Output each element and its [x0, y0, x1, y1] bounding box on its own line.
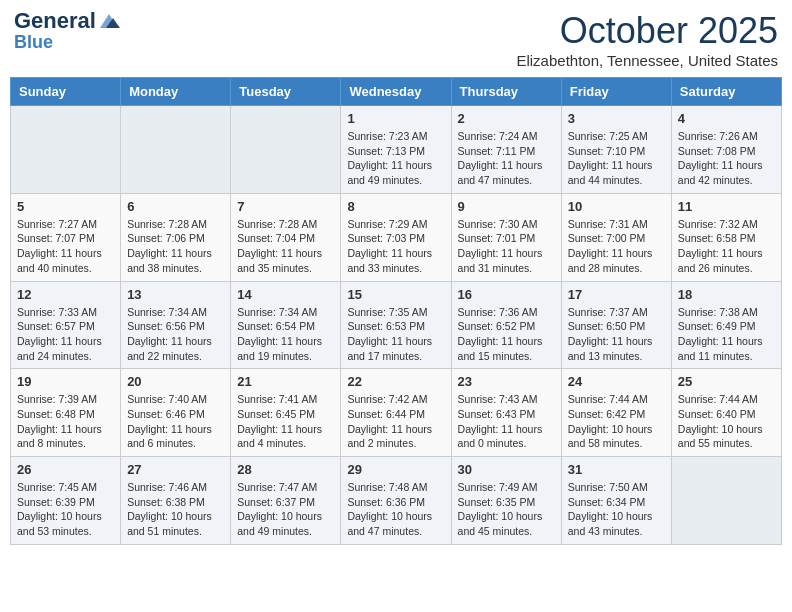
calendar-cell: 13Sunrise: 7:34 AMSunset: 6:56 PMDayligh…	[121, 281, 231, 369]
cell-content: Sunrise: 7:36 AMSunset: 6:52 PMDaylight:…	[458, 305, 555, 364]
day-number: 4	[678, 111, 775, 126]
calendar-week-row: 5Sunrise: 7:27 AMSunset: 7:07 PMDaylight…	[11, 193, 782, 281]
day-number: 16	[458, 287, 555, 302]
logo: General Blue	[14, 10, 120, 53]
calendar-cell: 31Sunrise: 7:50 AMSunset: 6:34 PMDayligh…	[561, 457, 671, 545]
calendar-header-row: SundayMondayTuesdayWednesdayThursdayFrid…	[11, 78, 782, 106]
day-header-friday: Friday	[561, 78, 671, 106]
cell-content: Sunrise: 7:39 AMSunset: 6:48 PMDaylight:…	[17, 392, 114, 451]
calendar-cell: 5Sunrise: 7:27 AMSunset: 7:07 PMDaylight…	[11, 193, 121, 281]
cell-content: Sunrise: 7:23 AMSunset: 7:13 PMDaylight:…	[347, 129, 444, 188]
day-number: 19	[17, 374, 114, 389]
cell-content: Sunrise: 7:32 AMSunset: 6:58 PMDaylight:…	[678, 217, 775, 276]
cell-content: Sunrise: 7:44 AMSunset: 6:40 PMDaylight:…	[678, 392, 775, 451]
calendar-cell: 4Sunrise: 7:26 AMSunset: 7:08 PMDaylight…	[671, 106, 781, 194]
calendar-cell: 2Sunrise: 7:24 AMSunset: 7:11 PMDaylight…	[451, 106, 561, 194]
cell-content: Sunrise: 7:24 AMSunset: 7:11 PMDaylight:…	[458, 129, 555, 188]
cell-content: Sunrise: 7:28 AMSunset: 7:06 PMDaylight:…	[127, 217, 224, 276]
cell-content: Sunrise: 7:44 AMSunset: 6:42 PMDaylight:…	[568, 392, 665, 451]
cell-content: Sunrise: 7:33 AMSunset: 6:57 PMDaylight:…	[17, 305, 114, 364]
cell-content: Sunrise: 7:41 AMSunset: 6:45 PMDaylight:…	[237, 392, 334, 451]
day-number: 18	[678, 287, 775, 302]
calendar-cell	[231, 106, 341, 194]
month-title: October 2025	[516, 10, 778, 52]
day-number: 20	[127, 374, 224, 389]
day-number: 21	[237, 374, 334, 389]
day-number: 26	[17, 462, 114, 477]
day-number: 14	[237, 287, 334, 302]
cell-content: Sunrise: 7:26 AMSunset: 7:08 PMDaylight:…	[678, 129, 775, 188]
day-number: 8	[347, 199, 444, 214]
day-number: 27	[127, 462, 224, 477]
day-header-monday: Monday	[121, 78, 231, 106]
cell-content: Sunrise: 7:34 AMSunset: 6:54 PMDaylight:…	[237, 305, 334, 364]
calendar-cell: 28Sunrise: 7:47 AMSunset: 6:37 PMDayligh…	[231, 457, 341, 545]
calendar-cell: 10Sunrise: 7:31 AMSunset: 7:00 PMDayligh…	[561, 193, 671, 281]
day-number: 28	[237, 462, 334, 477]
calendar-cell: 30Sunrise: 7:49 AMSunset: 6:35 PMDayligh…	[451, 457, 561, 545]
calendar-cell: 29Sunrise: 7:48 AMSunset: 6:36 PMDayligh…	[341, 457, 451, 545]
day-number: 23	[458, 374, 555, 389]
logo-general: General	[14, 10, 96, 32]
day-header-tuesday: Tuesday	[231, 78, 341, 106]
calendar-cell	[11, 106, 121, 194]
calendar-cell: 27Sunrise: 7:46 AMSunset: 6:38 PMDayligh…	[121, 457, 231, 545]
day-number: 31	[568, 462, 665, 477]
cell-content: Sunrise: 7:35 AMSunset: 6:53 PMDaylight:…	[347, 305, 444, 364]
day-number: 15	[347, 287, 444, 302]
calendar-cell: 3Sunrise: 7:25 AMSunset: 7:10 PMDaylight…	[561, 106, 671, 194]
day-number: 25	[678, 374, 775, 389]
day-number: 7	[237, 199, 334, 214]
day-number: 6	[127, 199, 224, 214]
cell-content: Sunrise: 7:40 AMSunset: 6:46 PMDaylight:…	[127, 392, 224, 451]
cell-content: Sunrise: 7:42 AMSunset: 6:44 PMDaylight:…	[347, 392, 444, 451]
day-header-wednesday: Wednesday	[341, 78, 451, 106]
day-header-sunday: Sunday	[11, 78, 121, 106]
day-number: 29	[347, 462, 444, 477]
cell-content: Sunrise: 7:46 AMSunset: 6:38 PMDaylight:…	[127, 480, 224, 539]
calendar-cell: 15Sunrise: 7:35 AMSunset: 6:53 PMDayligh…	[341, 281, 451, 369]
calendar-cell: 6Sunrise: 7:28 AMSunset: 7:06 PMDaylight…	[121, 193, 231, 281]
title-area: October 2025 Elizabethton, Tennessee, Un…	[516, 10, 778, 69]
cell-content: Sunrise: 7:37 AMSunset: 6:50 PMDaylight:…	[568, 305, 665, 364]
day-number: 13	[127, 287, 224, 302]
calendar-cell: 12Sunrise: 7:33 AMSunset: 6:57 PMDayligh…	[11, 281, 121, 369]
calendar-cell	[671, 457, 781, 545]
cell-content: Sunrise: 7:43 AMSunset: 6:43 PMDaylight:…	[458, 392, 555, 451]
calendar-week-row: 1Sunrise: 7:23 AMSunset: 7:13 PMDaylight…	[11, 106, 782, 194]
calendar-cell: 16Sunrise: 7:36 AMSunset: 6:52 PMDayligh…	[451, 281, 561, 369]
location-subtitle: Elizabethton, Tennessee, United States	[516, 52, 778, 69]
logo-blue: Blue	[14, 32, 53, 53]
day-number: 5	[17, 199, 114, 214]
day-number: 3	[568, 111, 665, 126]
day-number: 12	[17, 287, 114, 302]
day-number: 10	[568, 199, 665, 214]
calendar-cell: 23Sunrise: 7:43 AMSunset: 6:43 PMDayligh…	[451, 369, 561, 457]
calendar-cell	[121, 106, 231, 194]
calendar-cell: 20Sunrise: 7:40 AMSunset: 6:46 PMDayligh…	[121, 369, 231, 457]
calendar-week-row: 26Sunrise: 7:45 AMSunset: 6:39 PMDayligh…	[11, 457, 782, 545]
calendar-cell: 11Sunrise: 7:32 AMSunset: 6:58 PMDayligh…	[671, 193, 781, 281]
day-number: 30	[458, 462, 555, 477]
calendar-cell: 14Sunrise: 7:34 AMSunset: 6:54 PMDayligh…	[231, 281, 341, 369]
calendar-week-row: 12Sunrise: 7:33 AMSunset: 6:57 PMDayligh…	[11, 281, 782, 369]
day-number: 2	[458, 111, 555, 126]
cell-content: Sunrise: 7:27 AMSunset: 7:07 PMDaylight:…	[17, 217, 114, 276]
calendar-cell: 21Sunrise: 7:41 AMSunset: 6:45 PMDayligh…	[231, 369, 341, 457]
cell-content: Sunrise: 7:25 AMSunset: 7:10 PMDaylight:…	[568, 129, 665, 188]
day-number: 22	[347, 374, 444, 389]
calendar-cell: 1Sunrise: 7:23 AMSunset: 7:13 PMDaylight…	[341, 106, 451, 194]
calendar-cell: 25Sunrise: 7:44 AMSunset: 6:40 PMDayligh…	[671, 369, 781, 457]
cell-content: Sunrise: 7:30 AMSunset: 7:01 PMDaylight:…	[458, 217, 555, 276]
calendar-cell: 9Sunrise: 7:30 AMSunset: 7:01 PMDaylight…	[451, 193, 561, 281]
day-number: 17	[568, 287, 665, 302]
calendar-cell: 7Sunrise: 7:28 AMSunset: 7:04 PMDaylight…	[231, 193, 341, 281]
calendar-cell: 19Sunrise: 7:39 AMSunset: 6:48 PMDayligh…	[11, 369, 121, 457]
day-header-saturday: Saturday	[671, 78, 781, 106]
calendar-table: SundayMondayTuesdayWednesdayThursdayFrid…	[10, 77, 782, 545]
day-number: 24	[568, 374, 665, 389]
calendar-cell: 24Sunrise: 7:44 AMSunset: 6:42 PMDayligh…	[561, 369, 671, 457]
page-header: General Blue October 2025 Elizabethton, …	[10, 10, 782, 69]
cell-content: Sunrise: 7:45 AMSunset: 6:39 PMDaylight:…	[17, 480, 114, 539]
calendar-cell: 26Sunrise: 7:45 AMSunset: 6:39 PMDayligh…	[11, 457, 121, 545]
